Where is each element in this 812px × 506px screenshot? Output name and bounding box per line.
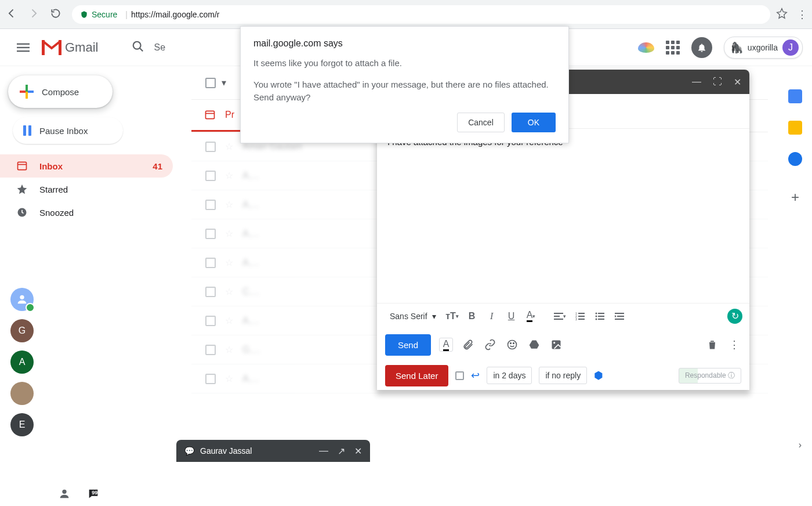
grammarly-icon[interactable]: ↻	[727, 309, 742, 324]
address-bar[interactable]: Secure | https://mail.google.com/r	[72, 5, 770, 24]
numbered-list-icon[interactable]: 123	[571, 307, 589, 326]
svg-rect-26	[598, 319, 604, 320]
pause-inbox-button[interactable]: Pause Inbox	[13, 117, 123, 144]
indent-icon[interactable]	[610, 307, 629, 326]
reminder-if[interactable]: if no reply	[539, 367, 587, 384]
star-icon[interactable]: ☆	[225, 199, 233, 210]
sidebar-item-starred[interactable]: Starred	[0, 178, 173, 201]
calendar-icon[interactable]	[788, 89, 802, 103]
contact-avatar[interactable]: E	[10, 413, 34, 436]
image-icon[interactable]	[549, 338, 563, 352]
star-icon[interactable]	[776, 8, 788, 21]
svg-rect-14	[554, 319, 563, 320]
contact-avatar[interactable]: A	[10, 350, 34, 374]
back-icon[interactable]	[6, 8, 17, 21]
hangouts-chat-icon[interactable]: 99	[87, 487, 100, 503]
hangouts-person-icon[interactable]	[58, 487, 71, 503]
send-button[interactable]: Send	[385, 334, 431, 356]
svg-point-8	[20, 295, 24, 299]
discard-icon[interactable]	[705, 338, 719, 352]
account-chip[interactable]: 🦍 uxgorilla J	[724, 37, 803, 59]
dialog-title: mail.google.com says	[253, 38, 556, 49]
row-checkbox[interactable]	[205, 171, 216, 181]
tasks-icon[interactable]	[788, 152, 802, 166]
row-checkbox[interactable]	[205, 200, 216, 210]
send-later-button[interactable]: Send Later	[385, 365, 448, 386]
svg-rect-16	[578, 313, 585, 314]
reminder-in[interactable]: in 2 days	[487, 367, 532, 384]
star-icon[interactable]: ☆	[225, 170, 233, 181]
row-checkbox[interactable]	[205, 258, 216, 268]
help-icon[interactable]: ⬢	[594, 369, 603, 382]
reload-icon[interactable]	[50, 8, 61, 21]
bullet-list-icon[interactable]	[590, 307, 609, 326]
row-checkbox[interactable]	[205, 229, 216, 239]
emoji-icon[interactable]	[505, 338, 519, 352]
sidebar-item-inbox[interactable]: Inbox 41	[0, 154, 173, 178]
star-icon[interactable]: ☆	[225, 344, 233, 355]
drive-icon[interactable]	[527, 338, 541, 352]
chat-bubble-icon: 💬	[184, 446, 194, 456]
ok-button[interactable]: OK	[512, 113, 556, 132]
link-icon[interactable]	[483, 338, 497, 352]
secure-badge: Secure	[80, 10, 117, 19]
italic-icon[interactable]: I	[483, 307, 501, 326]
svg-rect-13	[554, 316, 560, 317]
inbox-label: Inbox	[39, 161, 63, 171]
gmail-logo[interactable]: Gmail	[42, 40, 98, 55]
compose-button[interactable]: Compose	[8, 75, 113, 108]
reminder-checkbox[interactable]	[455, 371, 464, 380]
apps-grid-icon[interactable]	[666, 41, 680, 55]
font-selector[interactable]: Sans Serif▾	[384, 312, 442, 321]
star-icon[interactable]: ☆	[225, 286, 233, 297]
browser-toolbar: Secure | https://mail.google.com/r ⋮	[0, 0, 812, 29]
select-all-dropdown-icon[interactable]: ▾	[222, 77, 226, 88]
row-checkbox[interactable]	[205, 374, 216, 384]
chrome-menu-icon[interactable]: ⋮	[797, 8, 806, 21]
star-icon[interactable]: ☆	[225, 141, 233, 152]
expand-panel-icon[interactable]: ›	[799, 440, 802, 450]
align-icon[interactable]: ▾	[551, 307, 570, 326]
close-icon[interactable]: ✕	[734, 77, 741, 88]
font-size-icon[interactable]: тT▾	[443, 307, 462, 326]
more-options-icon[interactable]: ⋮	[727, 338, 741, 352]
menu-icon[interactable]	[9, 34, 37, 62]
add-addon-icon[interactable]: +	[791, 189, 799, 205]
chat-close-icon[interactable]: ✕	[354, 446, 362, 457]
hangouts-chat-bar[interactable]: 💬 Gaurav Jassal — ↗ ✕	[176, 440, 370, 462]
row-checkbox[interactable]	[205, 345, 216, 355]
cancel-button[interactable]: Cancel	[457, 113, 505, 132]
contact-avatar[interactable]	[10, 382, 34, 405]
attach-icon[interactable]	[461, 338, 475, 352]
chat-popout-icon[interactable]: ↗	[338, 446, 345, 457]
forward-icon[interactable]	[28, 8, 39, 21]
fullscreen-icon[interactable]: ⛶	[713, 77, 722, 88]
keep-icon[interactable]	[788, 121, 802, 135]
star-icon[interactable]: ☆	[225, 228, 233, 239]
star-icon[interactable]: ☆	[225, 373, 233, 384]
row-checkbox[interactable]	[205, 287, 216, 297]
underline-icon[interactable]: U	[502, 307, 521, 326]
bold-icon[interactable]: B	[463, 307, 481, 326]
row-checkbox[interactable]	[205, 316, 216, 326]
svg-rect-24	[598, 316, 604, 317]
minimize-icon[interactable]: —	[692, 77, 701, 88]
chat-minimize-icon[interactable]: —	[319, 446, 328, 457]
text-color-icon[interactable]: A▾	[522, 307, 541, 326]
boomerang-icon[interactable]: ↩	[471, 369, 480, 382]
text-format-icon[interactable]: A	[439, 338, 453, 352]
search-icon[interactable]	[132, 40, 144, 55]
compose-body[interactable]: I have attached the images for your refe…	[377, 129, 749, 303]
extension-icon[interactable]	[638, 42, 654, 53]
row-checkbox[interactable]	[205, 142, 216, 152]
select-all-checkbox[interactable]	[205, 78, 216, 88]
contact-avatar[interactable]	[10, 288, 34, 311]
sidebar-item-snoozed[interactable]: Snoozed	[0, 201, 173, 224]
star-icon[interactable]: ☆	[225, 257, 233, 268]
notifications-icon[interactable]	[691, 37, 712, 58]
contact-avatar[interactable]: G	[10, 319, 34, 342]
respondable-badge[interactable]: Respondable ⓘ	[679, 368, 741, 384]
search-placeholder[interactable]: Se	[154, 42, 165, 53]
tab-primary[interactable]: Pr	[191, 100, 247, 132]
star-icon[interactable]: ☆	[225, 315, 233, 326]
